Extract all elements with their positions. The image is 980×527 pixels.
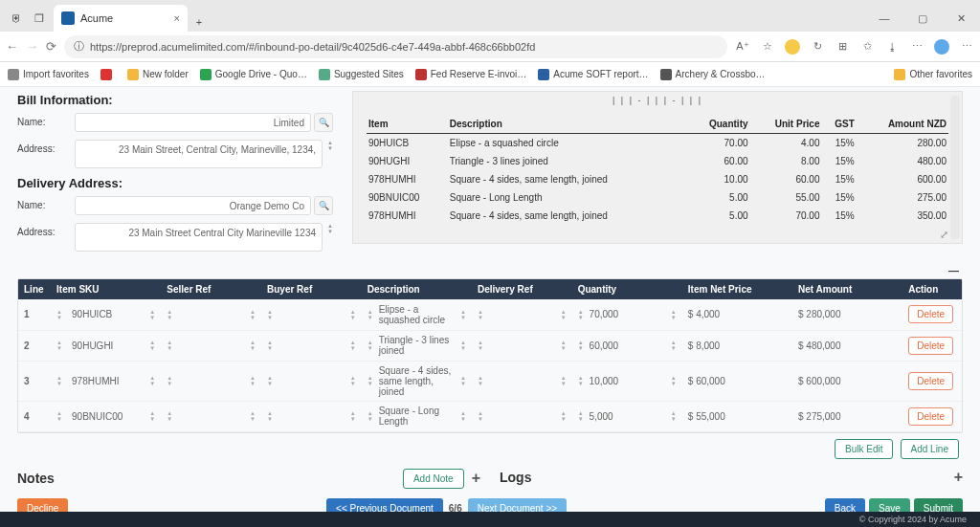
browser-titlebar: ⛨ ❐ Acume × + — ▢ ✕ — [0, 0, 980, 32]
preview-table: Item Description Quantity Unit Price GST… — [367, 115, 948, 225]
table-row[interactable]: 4▲▼90BNUIC00▲▼▲▼▲▼▲▼▲▼▲▼Square - Long Le… — [18, 401, 962, 431]
col-amt: Amount NZD — [857, 115, 948, 134]
expand-notes-icon[interactable]: + — [472, 470, 480, 487]
delete-button[interactable]: Delete — [908, 372, 953, 390]
close-window-icon[interactable]: ✕ — [942, 5, 980, 32]
back-button[interactable]: Back — [825, 498, 865, 513]
back-icon[interactable]: ← — [6, 39, 18, 54]
refresh2-icon[interactable]: ↻ — [810, 40, 825, 53]
bookmark-item[interactable]: New folder — [127, 69, 189, 80]
sort-arrows-icon[interactable]: ▲▼ — [327, 223, 333, 234]
page-indicator: 6/6 — [449, 503, 462, 513]
delivery-name-input[interactable] — [75, 196, 311, 215]
reader-icon[interactable]: A⁺ — [735, 40, 750, 53]
submit-button[interactable]: Submit — [914, 498, 963, 513]
th-sku[interactable]: Item SKU — [51, 279, 161, 299]
th-amount[interactable]: Net Amount — [792, 279, 902, 299]
bulk-edit-button[interactable]: Bulk Edit — [835, 439, 893, 459]
bookmark-item[interactable] — [100, 69, 116, 80]
minimize-icon[interactable]: — — [865, 5, 903, 32]
maximize-icon[interactable]: ▢ — [903, 5, 942, 32]
th-line[interactable]: Line — [18, 279, 51, 299]
th-seller[interactable]: Seller Ref — [161, 279, 261, 299]
box-icon[interactable]: ⊞ — [835, 40, 850, 53]
bookmark-item[interactable]: Suggested Sites — [319, 69, 404, 80]
url-field[interactable]: ⓘ https://preprod.acumelimited.com/#/inb… — [64, 35, 727, 58]
bookmark-item[interactable]: Archery & Crossbo… — [660, 69, 766, 80]
line-items-grid: Line Item SKU Seller Ref Buyer Ref Descr… — [18, 279, 962, 432]
search-icon[interactable]: 🔍 — [314, 113, 333, 132]
th-desc[interactable]: Description — [362, 279, 472, 299]
search-icon[interactable]: 🔍 — [314, 196, 333, 215]
next-document-button[interactable]: Next Document >> — [468, 498, 567, 513]
ext-icon-1[interactable] — [785, 39, 800, 55]
window-left-icons: ⛨ ❐ — [6, 12, 54, 32]
bill-address-input[interactable]: 23 Main Street, Central City, Marinevill… — [75, 140, 323, 168]
add-line-button[interactable]: Add Line — [901, 439, 959, 459]
tab-favicon — [61, 11, 75, 25]
bill-name-label: Name: — [17, 113, 75, 127]
download-icon[interactable]: ⭳ — [884, 41, 900, 53]
th-action: Action — [902, 279, 962, 299]
table-row[interactable]: 1▲▼90HUICB▲▼▲▼▲▼▲▼▲▼▲▼Elipse - a squashe… — [18, 299, 962, 330]
bookmarks-bar: Import favorites New folder Google Drive… — [0, 62, 980, 87]
bookmark-item[interactable]: Fed Reserve E-invoi… — [415, 69, 527, 80]
sort-arrows-icon[interactable]: ▲▼ — [327, 140, 333, 151]
shield-icon: ⛨ — [11, 12, 25, 26]
delivery-address-label: Address: — [17, 223, 75, 237]
lock-icon: ⓘ — [74, 39, 84, 54]
th-net[interactable]: Item Net Price — [682, 279, 792, 299]
table-row[interactable]: 2▲▼90HUGHI▲▼▲▼▲▼▲▼▲▼▲▼Triangle - 3 lines… — [18, 330, 962, 361]
notes-title: Notes — [17, 471, 55, 486]
bill-info-title: Bill Information: — [17, 93, 333, 107]
th-delivery[interactable]: Delivery Ref — [472, 279, 572, 299]
delete-button[interactable]: Delete — [908, 305, 953, 323]
previous-document-button[interactable]: << Previous Document — [326, 498, 443, 513]
delete-button[interactable]: Delete — [908, 337, 953, 355]
other-favorites[interactable]: Other favorites — [894, 69, 972, 80]
copy-icon: ❐ — [34, 12, 48, 26]
barcode: | | | - | | | - | | | — [367, 96, 948, 105]
col-desc: Description — [448, 115, 687, 134]
decline-button[interactable]: Decline — [17, 498, 68, 513]
delivery-title: Delivery Address: — [17, 176, 333, 190]
table-row[interactable]: 3▲▼978HUMHI▲▼▲▼▲▼▲▼▲▼▲▼Square - 4 sides,… — [18, 361, 962, 401]
col-qty: Quantity — [687, 115, 750, 134]
window-controls: — ▢ ✕ — [865, 5, 980, 32]
expand-icon[interactable]: ⤢ — [940, 229, 948, 241]
close-icon[interactable]: × — [174, 12, 180, 24]
col-item: Item — [367, 115, 448, 134]
menu-icon[interactable]: ⋯ — [959, 40, 974, 53]
bookmark-item[interactable]: Import favorites — [8, 69, 89, 80]
delivery-name-label: Name: — [17, 196, 75, 210]
bookmark-item[interactable]: Google Drive - Quo… — [200, 69, 307, 80]
logs-title: Logs — [500, 470, 531, 485]
forward-icon[interactable]: → — [26, 39, 38, 54]
preview-scrollbar[interactable] — [950, 96, 960, 239]
collapse-toggle[interactable]: — — [17, 259, 963, 278]
delete-button[interactable]: Delete — [908, 407, 953, 426]
new-tab-button[interactable]: + — [188, 16, 211, 32]
col-gst: GST — [821, 115, 856, 134]
bookmark-item[interactable]: Acume SOFT report… — [538, 69, 648, 80]
url-text: https://preprod.acumelimited.com/#/inbou… — [90, 41, 535, 53]
bill-name-input[interactable] — [75, 113, 311, 132]
extensions-icon[interactable]: ⋯ — [909, 40, 924, 53]
delivery-address-input[interactable]: 23 Main Street Central City Marineville … — [75, 223, 323, 252]
star-icon[interactable]: ☆ — [760, 40, 775, 53]
save-button[interactable]: Save — [869, 498, 910, 513]
browser-tab[interactable]: Acume × — [54, 5, 188, 32]
th-buyer[interactable]: Buyer Ref — [261, 279, 362, 299]
add-note-button[interactable]: Add Note — [403, 469, 464, 489]
address-bar: ← → ⟳ ⓘ https://preprod.acumelimited.com… — [0, 32, 980, 62]
favorites-icon[interactable]: ✩ — [859, 40, 875, 53]
document-preview: | | | - | | | - | | | Item Description Q… — [352, 91, 963, 244]
refresh-icon[interactable]: ⟳ — [46, 39, 56, 54]
expand-logs-icon[interactable]: + — [954, 469, 963, 486]
footer: © Copyright 2024 by Acume — [0, 512, 980, 527]
bill-address-label: Address: — [17, 140, 75, 154]
profile-icon[interactable] — [934, 39, 949, 55]
col-unit: Unit Price — [750, 115, 822, 134]
th-qty[interactable]: Quantity — [572, 279, 682, 299]
tab-title: Acume — [80, 12, 113, 24]
